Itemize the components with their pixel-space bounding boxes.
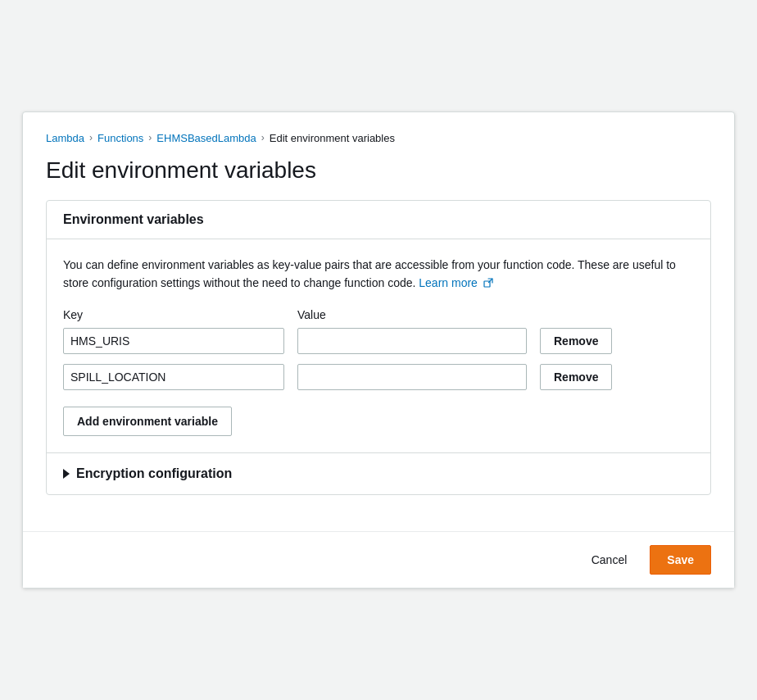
env-vars-header: Key Value (63, 308, 694, 321)
key-input-2[interactable] (63, 364, 284, 390)
description-text: You can define environment variables as … (63, 256, 694, 293)
modal-container: Lambda › Functions › EHMSBasedLambda › E… (22, 111, 735, 589)
section-body: You can define environment variables as … (47, 239, 710, 453)
encryption-section[interactable]: Encryption configuration (47, 452, 710, 494)
remove-button-2[interactable]: Remove (540, 364, 612, 390)
value-header: Value (297, 308, 527, 321)
external-link-icon (483, 278, 493, 288)
breadcrumb-sep-2: › (148, 132, 152, 143)
breadcrumb-sep-1: › (89, 132, 93, 143)
env-var-row-1: Remove (63, 328, 694, 354)
breadcrumb: Lambda › Functions › EHMSBasedLambda › E… (46, 132, 711, 144)
save-button[interactable]: Save (650, 545, 711, 575)
svg-line-1 (488, 279, 492, 282)
modal-overlay: Lambda › Functions › EHMSBasedLambda › E… (0, 0, 757, 700)
cancel-button[interactable]: Cancel (578, 545, 641, 575)
env-vars-card: Environment variables You can define env… (46, 200, 711, 496)
breadcrumb-function-name[interactable]: EHMSBasedLambda (156, 132, 256, 144)
modal-content: Lambda › Functions › EHMSBasedLambda › E… (23, 112, 734, 532)
encryption-toggle-icon (63, 469, 70, 479)
modal-footer: Cancel Save (23, 531, 734, 588)
value-input-1[interactable] (297, 328, 527, 354)
encryption-label: Encryption configuration (76, 466, 232, 481)
key-header: Key (63, 308, 284, 321)
section-header: Environment variables (47, 201, 710, 239)
add-env-var-button[interactable]: Add environment variable (63, 407, 232, 436)
key-input-1[interactable] (63, 328, 284, 354)
remove-button-1[interactable]: Remove (540, 328, 612, 354)
learn-more-link[interactable]: Learn more (419, 276, 492, 289)
page-title: Edit environment variables (46, 157, 711, 184)
breadcrumb-functions[interactable]: Functions (97, 132, 143, 144)
value-input-2[interactable] (297, 364, 527, 390)
env-var-row-2: Remove (63, 364, 694, 390)
section-title: Environment variables (63, 212, 204, 226)
breadcrumb-lambda[interactable]: Lambda (46, 132, 84, 144)
breadcrumb-current: Edit environment variables (270, 132, 395, 144)
breadcrumb-sep-3: › (261, 132, 265, 143)
